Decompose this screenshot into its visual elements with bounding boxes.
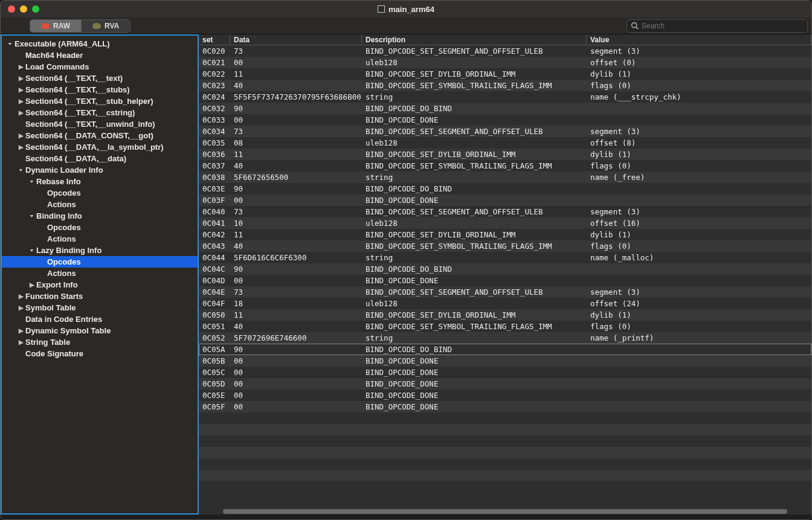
cell-data: 00 — [230, 58, 362, 67]
table-row[interactable]: 0C0245F5F5F7374726370795F63686B00stringn… — [199, 91, 811, 103]
tree-item-label: Code Signature — [25, 349, 83, 358]
tree-item[interactable]: ▶Section64 (__DATA_CONST,__got) — [2, 130, 198, 141]
tree-item[interactable]: Section64 (__DATA,__data) — [2, 153, 198, 164]
tree-item[interactable]: Opcodes — [2, 256, 198, 268]
table-row[interactable]: 0C03290BIND_OPCODE_DO_BIND — [199, 103, 811, 114]
table-row[interactable]: 0C02211BIND_OPCODE_SET_DYLIB_ORDINAL_IMM… — [199, 68, 811, 80]
tree-item[interactable]: Opcodes — [2, 222, 198, 233]
table-row[interactable]: 0C03740BIND_OPCODE_SET_SYMBOL_TRAILING_F… — [199, 160, 811, 172]
cell-value: offset (0) — [587, 58, 811, 67]
table-row[interactable]: 0C04211BIND_OPCODE_SET_DYLIB_ORDINAL_IMM… — [199, 229, 811, 240]
table-row[interactable]: 0C02340BIND_OPCODE_SET_SYMBOL_TRAILING_F… — [199, 80, 811, 91]
cell-offset: 0C036 — [199, 150, 230, 159]
table-row[interactable]: 0C03508uleb128offset (8) — [199, 137, 811, 149]
horizontal-scrollbar[interactable] — [199, 509, 811, 515]
tree-item[interactable]: ▼Binding Info — [2, 210, 198, 222]
minimize-icon[interactable] — [20, 5, 27, 13]
tree-item[interactable]: Section64 (__TEXT,__unwind_info) — [2, 118, 198, 130]
table-row[interactable]: 0C05011BIND_OPCODE_SET_DYLIB_ORDINAL_IMM… — [199, 309, 811, 321]
cell-value: flags (0) — [587, 161, 811, 170]
table-row[interactable]: 0C03611BIND_OPCODE_SET_DYLIB_ORDINAL_IMM… — [199, 149, 811, 160]
tree-item[interactable]: Mach64 Header — [2, 50, 198, 61]
tree-item[interactable]: Actions — [2, 268, 198, 279]
table-row[interactable]: 0C05D00BIND_OPCODE_DONE — [199, 378, 811, 390]
cell-value: name (___strcpy_chk) — [587, 92, 811, 101]
search-input[interactable] — [642, 22, 804, 30]
column-data[interactable]: Data — [230, 34, 362, 45]
tree-item[interactable]: ▶Section64 (__TEXT,__stub_helper) — [2, 95, 198, 107]
tree-item-label: Load Commands — [25, 62, 89, 71]
table-body[interactable]: 0C02073BIND_OPCODE_SET_SEGMENT_AND_OFFSE… — [199, 45, 811, 509]
table-row[interactable]: 0C03473BIND_OPCODE_SET_SEGMENT_AND_OFFSE… — [199, 126, 811, 137]
table-row[interactable]: 0C05140BIND_OPCODE_SET_SYMBOL_TRAILING_F… — [199, 321, 811, 332]
tree-item[interactable]: ▶String Table — [2, 336, 198, 348]
cell-desc: BIND_OPCODE_DONE — [362, 356, 587, 365]
table-row[interactable]: 0C04F18uleb128offset (24) — [199, 298, 811, 309]
table-row[interactable]: 0C0445F6D616C6C6F6300stringname (_malloc… — [199, 252, 811, 263]
tree-item[interactable]: ▼Lazy Binding Info — [2, 245, 198, 256]
tree-item[interactable]: Actions — [2, 199, 198, 210]
tree-item[interactable]: ▼Rebase Info — [2, 176, 198, 187]
tree-item-label: Section64 (__TEXT,__cstring) — [25, 108, 135, 117]
cell-value: flags (0) — [587, 242, 811, 251]
table-row[interactable]: 0C0525F7072696E746600stringname (_printf… — [199, 332, 811, 344]
tree-item[interactable]: ▶Section64 (__TEXT,__cstring) — [2, 107, 198, 118]
chevron-right-icon: ▶ — [18, 293, 24, 300]
tree-item[interactable]: ▼Dynamic Loader Info — [2, 164, 198, 176]
table-row[interactable]: 0C02073BIND_OPCODE_SET_SEGMENT_AND_OFFSE… — [199, 45, 811, 57]
table-row[interactable]: 0C05C00BIND_OPCODE_DONE — [199, 367, 811, 378]
search-field[interactable] — [627, 19, 808, 33]
svg-point-0 — [632, 23, 637, 28]
table-row[interactable]: 0C04C90BIND_OPCODE_DO_BIND — [199, 263, 811, 275]
tree-item[interactable]: Opcodes — [2, 187, 198, 199]
table-row[interactable]: 0C04110uleb128offset (16) — [199, 217, 811, 229]
tree-item[interactable]: Data in Code Entries — [2, 313, 198, 325]
raw-button[interactable]: RAW — [30, 20, 81, 32]
raw-label: RAW — [53, 22, 70, 30]
content-pane: set Data Description Value 0C02073BIND_O… — [199, 34, 811, 515]
tree-item-label: Section64 (__TEXT,__text) — [25, 74, 123, 83]
cell-value: name (_printf) — [587, 333, 811, 342]
table-row[interactable]: 0C03300BIND_OPCODE_DONE — [199, 114, 811, 126]
table-row[interactable]: 0C05F00BIND_OPCODE_DONE — [199, 401, 811, 412]
close-icon[interactable] — [8, 5, 15, 13]
table-row[interactable]: 0C03F00BIND_OPCODE_DONE — [199, 194, 811, 206]
chevron-right-icon: ▶ — [18, 132, 24, 139]
tree-item-label: Executable (ARM64_ALL) — [14, 39, 109, 48]
table-row[interactable]: 0C05B00BIND_OPCODE_DONE — [199, 355, 811, 367]
tree-item[interactable]: ▶Section64 (__TEXT,__text) — [2, 72, 198, 84]
tree-item[interactable]: Actions — [2, 233, 198, 245]
table-row[interactable]: 0C04073BIND_OPCODE_SET_SEGMENT_AND_OFFSE… — [199, 206, 811, 217]
tree-item[interactable]: ▶Export Info — [2, 279, 198, 290]
scrollbar-thumb[interactable] — [223, 509, 787, 514]
cell-data: 90 — [230, 265, 362, 274]
cell-data: 73 — [230, 207, 362, 216]
chevron-right-icon: ▶ — [18, 144, 24, 150]
tree-item[interactable]: ▼Executable (ARM64_ALL) — [2, 38, 198, 50]
column-description[interactable]: Description — [362, 34, 587, 45]
table-row[interactable]: 0C03E90BIND_OPCODE_DO_BIND — [199, 183, 811, 194]
tree-item[interactable]: ▶Section64 (__TEXT,__stubs) — [2, 84, 198, 95]
table-row[interactable]: 0C05E00BIND_OPCODE_DONE — [199, 390, 811, 401]
column-value[interactable]: Value — [587, 34, 811, 45]
table-row[interactable]: 0C02100uleb128offset (0) — [199, 57, 811, 68]
cell-data: 00 — [230, 115, 362, 124]
zoom-icon[interactable] — [32, 5, 39, 13]
tree-item[interactable]: ▶Function Starts — [2, 290, 198, 302]
table-row[interactable]: 0C04E73BIND_OPCODE_SET_SEGMENT_AND_OFFSE… — [199, 286, 811, 298]
sidebar-tree[interactable]: ▼Executable (ARM64_ALL)Mach64 Header▶Loa… — [1, 34, 199, 515]
table-row[interactable]: 0C0385F6672656500stringname (_free) — [199, 172, 811, 183]
column-offset[interactable]: set — [199, 34, 230, 45]
rva-button[interactable]: RVA — [81, 20, 130, 32]
tree-item[interactable]: ▶Symbol Table — [2, 302, 198, 313]
tree-item-label: Lazy Binding Info — [36, 246, 102, 255]
chevron-down-icon: ▼ — [18, 168, 24, 173]
tree-item[interactable]: ▶Section64 (__DATA,__la_symbol_ptr) — [2, 141, 198, 153]
tree-item[interactable]: Code Signature — [2, 348, 198, 359]
table-row[interactable]: 0C04D00BIND_OPCODE_DONE — [199, 275, 811, 286]
table-row[interactable]: 0C05A90BIND_OPCODE_DO_BIND — [199, 344, 811, 355]
tree-item[interactable]: ▶Load Commands — [2, 61, 198, 72]
tree-item[interactable]: ▶Dynamic Symbol Table — [2, 325, 198, 336]
table-row[interactable]: 0C04340BIND_OPCODE_SET_SYMBOL_TRAILING_F… — [199, 240, 811, 252]
cell-offset: 0C04E — [199, 287, 230, 297]
